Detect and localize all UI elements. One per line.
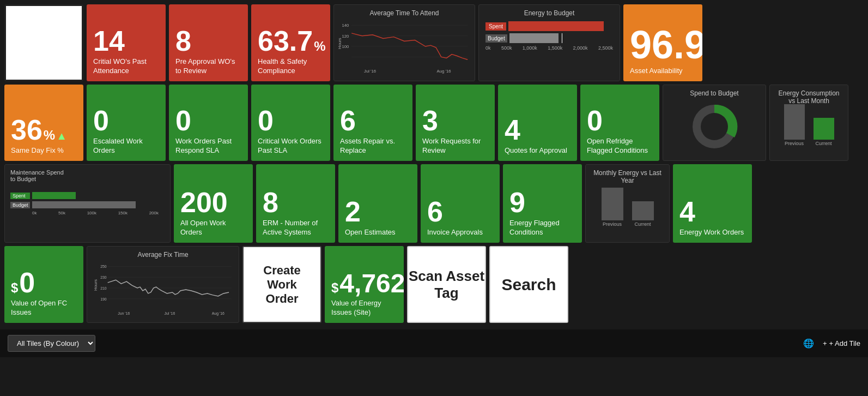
wo-past-respond-tile[interactable]: 0 Work Orders Past Respond SLA <box>169 85 248 161</box>
all-open-wo-tile[interactable]: 200 All Open Work Orders <box>174 164 253 243</box>
pre-approval-label: Pre Approval WO's to Review <box>175 57 241 76</box>
assets-repair-tile[interactable]: 6 Assets Repair vs. Replace <box>333 85 412 161</box>
svg-text:Hours: Hours <box>93 279 98 291</box>
tiles-filter-dropdown[interactable]: All Tiles (By Colour) <box>8 335 95 352</box>
value-fc-dollar: $ <box>11 280 18 296</box>
monthly-curr-bar <box>632 201 654 220</box>
svg-text:100: 100 <box>342 44 349 49</box>
avg-fix-chart: Hours 250 230 210 190 Jun '16 Jul '16 Au… <box>92 261 234 318</box>
erm-systems-tile[interactable]: 8 ERM - Number of Active Systems <box>256 164 335 243</box>
energy-flagged-label: Energy Flagged Conditions <box>509 219 575 237</box>
svg-text:Jun '16: Jun '16 <box>118 311 130 315</box>
budget-bar-label: Budget <box>10 202 30 208</box>
open-estimates-label: Open Estimates <box>345 228 411 237</box>
spent-label: Spent <box>485 22 506 31</box>
energy-flagged-tile[interactable]: 9 Energy Flagged Conditions <box>503 164 582 243</box>
critical-wo-label: Critial WO's Past Attendance <box>93 57 159 76</box>
svg-point-11 <box>701 113 728 140</box>
critical-wo-sla-tile[interactable]: 0 Critical Work Orders Past SLA <box>251 85 330 161</box>
critical-wo-sla-label: Critical Work Orders Past SLA <box>258 137 324 155</box>
search-label: Search <box>501 275 556 294</box>
pre-approval-number: 8 <box>175 27 241 55</box>
footer: All Tiles (By Colour) 🌐 + + Add Tile <box>0 329 868 357</box>
all-open-wo-number: 200 <box>180 188 246 217</box>
open-fridge-tile[interactable]: 0 Open Refridge Flagged Conditions <box>580 85 659 161</box>
critical-wo-sla-number: 0 <box>258 106 324 135</box>
wo-past-respond-number: 0 <box>175 106 241 135</box>
search-tile[interactable]: Search <box>489 246 568 323</box>
health-safety-label: Health & Safety Compliance <box>258 57 324 76</box>
pre-approval-wo-tile[interactable]: 8 Pre Approval WO's to Review <box>169 4 248 81</box>
maint-axis-200: 200k <box>149 211 159 215</box>
value-energy-dollar: $ <box>331 280 338 296</box>
energy-axis-0: 0k <box>485 45 491 51</box>
svg-text:Aug '16: Aug '16 <box>212 311 224 316</box>
asset-availability-tile[interactable]: 96.9 % Asset Availability <box>623 4 702 81</box>
energy-consumption-tile[interactable]: Energy Consumption vs Last Month Previou… <box>769 85 848 161</box>
add-tile-button[interactable]: + + Add Tile <box>823 339 860 347</box>
maint-axis-50: 50k <box>58 211 65 215</box>
footer-right: 🌐 + + Add Tile <box>803 338 860 349</box>
monthly-energy-title: Monthly Energy vs Last Year <box>590 169 665 184</box>
value-fc-label: Value of Open FC Issues <box>11 299 77 317</box>
energy-axis-1000: 1,000k <box>523 45 537 51</box>
energy-consumption-title: Energy Consumption vs Last Month <box>774 89 843 105</box>
invoice-approvals-tile[interactable]: 6 Invoice Approvals <box>421 164 500 243</box>
avg-fix-time-tile[interactable]: Average Fix Time Hours 250 230 210 190 J… <box>87 246 239 323</box>
energy-axis-2500: 2,500k <box>598 45 613 51</box>
same-day-fix-tile[interactable]: 36 % ▲ Same Day Fix % <box>4 85 83 161</box>
avg-time-chart-title: Average Time To Attend <box>338 9 470 17</box>
monthly-energy-tile[interactable]: Monthly Energy vs Last Year Previous Cur… <box>585 164 670 243</box>
value-energy-number: 4,762 <box>339 271 404 297</box>
svg-text:Jul '16: Jul '16 <box>164 311 175 315</box>
maint-axis-150: 150k <box>118 211 128 215</box>
add-icon: + <box>823 339 827 347</box>
health-safety-tile[interactable]: 63.7 % Health & Safety Compliance <box>251 4 330 81</box>
footer-left: All Tiles (By Colour) <box>8 335 95 352</box>
quotes-approval-tile[interactable]: 4 Quotes for Approval <box>498 85 577 161</box>
asset-avail-label: Asset Availability <box>630 67 696 76</box>
spend-budget-chart <box>667 99 761 154</box>
spend-budget-title: Spend to Budget <box>667 89 761 97</box>
create-wo-tile[interactable]: Create Work Order <box>242 246 321 323</box>
value-energy-tile[interactable]: $ 4,762 Value of Energy Issues (Site) <box>325 246 404 323</box>
prev-label: Previous <box>785 141 804 146</box>
curr-label: Current <box>815 141 831 146</box>
energy-axis-2000: 2,000k <box>573 45 588 51</box>
scan-asset-tag-tile[interactable]: Scan Asset Tag <box>407 246 486 323</box>
avg-time-attend-tile[interactable]: Average Time To Attend Hours 140 120 100… <box>333 4 475 81</box>
wo-past-respond-label: Work Orders Past Respond SLA <box>175 137 241 155</box>
escalated-wo-tile[interactable]: 0 Escalated Work Orders <box>87 85 166 161</box>
maintenance-spend-tile[interactable]: Maintenance Spendto Budget Spent Budget … <box>4 164 171 243</box>
asset-avail-number: 96.9 <box>630 25 702 64</box>
monthly-curr-label: Current <box>634 221 651 227</box>
create-wo-label: Create Work Order <box>250 263 314 306</box>
assets-repair-number: 6 <box>340 106 406 135</box>
invoice-approvals-label: Invoice Approvals <box>427 228 493 237</box>
maintenance-spend-title: Maintenance Spendto Budget <box>10 169 64 182</box>
avg-fix-title: Average Fix Time <box>92 251 234 259</box>
assets-repair-label: Assets Repair vs. Replace <box>340 137 406 155</box>
svg-text:Aug '16: Aug '16 <box>437 69 451 74</box>
energy-axis-500: 500k <box>501 45 512 51</box>
globe-icon[interactable]: 🌐 <box>803 338 814 349</box>
all-open-wo-label: All Open Work Orders <box>180 219 246 237</box>
energy-budget-tile[interactable]: Energy to Budget Spent Budget 0k 500k 1,… <box>478 4 620 81</box>
work-requests-tile[interactable]: 3 Work Requests for Review <box>416 85 495 161</box>
spent-bar <box>32 192 76 199</box>
critical-wo-attendance-tile[interactable]: 14 Critial WO's Past Attendance <box>87 4 166 81</box>
budget-label: Budget <box>485 34 507 43</box>
svg-text:140: 140 <box>342 23 349 28</box>
critical-wo-number: 14 <box>93 27 159 55</box>
work-requests-label: Work Requests for Review <box>422 137 488 155</box>
scan-asset-label: Scan Asset Tag <box>408 268 485 302</box>
spend-budget-tile[interactable]: Spend to Budget <box>663 85 766 161</box>
open-estimates-tile[interactable]: 2 Open Estimates <box>338 164 417 243</box>
erm-systems-number: 8 <box>263 188 329 217</box>
energy-wo-tile[interactable]: 4 Energy Work Orders <box>673 164 752 243</box>
energy-wo-label: Energy Work Orders <box>679 228 745 237</box>
unknown-tile[interactable] <box>4 4 83 81</box>
value-open-fc-tile[interactable]: $ 0 Value of Open FC Issues <box>4 246 83 323</box>
escalated-wo-number: 0 <box>93 106 159 135</box>
curr-bar <box>814 118 834 140</box>
